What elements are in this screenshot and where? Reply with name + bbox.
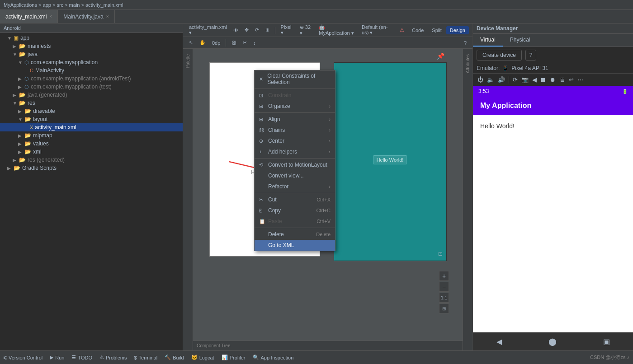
bottom-problems[interactable]: ⚠ Problems [99,355,127,360]
bottom-terminal[interactable]: $ Terminal [134,355,157,360]
create-device-button[interactable]: Create device [477,50,522,61]
chevron-right-icon: ▶ [18,149,24,154]
sidebar-item-java-gen[interactable]: ▶ 📂 java (generated) [0,91,183,99]
bottom-logcat[interactable]: 🐱 Logcat [191,355,214,360]
ctx-constrain: ⊡ Constrain [255,90,335,101]
tab-design[interactable]: Design [446,26,469,34]
build-icon: 🔨 [165,355,171,360]
magnet-button[interactable]: ⊕ [263,26,272,34]
sidebar-item-drawable[interactable]: ▶ 📂 drawable [0,107,183,115]
bottom-build[interactable]: 🔨 Build [165,355,184,360]
sidebar-item-com-example[interactable]: ▼ ⬡ com.example.myapplication [0,58,183,66]
emu-record-button[interactable]: ⏺ [549,75,557,84]
ctx-copy[interactable]: ⎘ Copy Ctrl+C [255,205,335,216]
tab-activity-main-close[interactable]: × [49,14,52,19]
ctx-chains[interactable]: ⛓ Chains › [255,125,335,135]
tab-physical[interactable]: Physical [503,34,538,47]
emu-home-button[interactable]: ⬤ [548,337,557,346]
ctx-convert-motion[interactable]: ⟲ Convert to MotionLayout [255,159,335,170]
ctx-clear-constraints[interactable]: ✕ Clear Constraints of Selection [255,70,335,88]
tab-mainactivity-close[interactable]: × [106,14,109,19]
app-dropdown[interactable]: 🤖 MyApplication ▾ [316,23,358,37]
emu-screenshot-button[interactable]: 🖥 [558,75,566,84]
folder-icon: 📂 [19,100,26,106]
refresh-button[interactable]: ⟳ [253,26,261,34]
help-button-device[interactable]: ? [525,50,536,61]
margin-dropdown[interactable]: 0dp [210,39,222,47]
ctx-add-helpers-label: Add helpers [268,149,297,155]
zoom-fit-button[interactable]: ⊞ [439,303,449,313]
terminal-label: Terminal [139,355,158,360]
pixel-dropdown[interactable]: Pixel ▾ [279,23,296,37]
sidebar-item-gradle[interactable]: ▶ 📂 Gradle Scripts [0,164,183,172]
tab-activity-main[interactable]: activity_main.xml × [0,10,58,23]
ctx-organize-label: Organize [268,103,290,109]
attributes-label: Attributes [465,54,470,73]
ctx-delete[interactable]: Delete Delete [255,229,335,240]
sidebar-item-values[interactable]: ▶ 📂 values [0,140,183,148]
emu-more-button[interactable]: ⋯ [576,75,584,84]
density-dropdown[interactable]: ⊕ 32 ▾ [298,23,315,37]
ctx-organize[interactable]: ⊞ Organize › [255,101,335,112]
sidebar-item-res-gen[interactable]: ▶ 📂 res (generated) [0,156,183,164]
bottom-todo[interactable]: ☰ TODO [71,355,92,360]
sidebar-item-res[interactable]: ▼ 📂 res [0,99,183,107]
eye-button[interactable]: 👁 [231,27,241,34]
sidebar-item-app[interactable]: ▼ ▣ app [0,34,183,42]
emu-snapshot-button[interactable]: 📷 [520,75,529,84]
zoom-out-button[interactable]: − [439,282,449,292]
cursor-button[interactable]: ✥ [242,26,251,34]
ctx-cut[interactable]: ✂ Cut Ctrl+X [255,194,335,205]
tab-code[interactable]: Code [408,26,427,34]
sidebar-item-java[interactable]: ▼ 📂 java [0,50,183,58]
ctx-go-to-xml[interactable]: Go to XML [255,240,335,251]
emu-back-button[interactable]: ◀ [496,337,502,346]
resize-handle-icon[interactable]: ⊡ [438,251,443,257]
emu-prev-button[interactable]: ◀ [531,75,538,84]
ctx-align[interactable]: ⊟ Align › [255,114,335,125]
scissors-button[interactable]: ✂ [241,39,249,47]
bottom-profiler[interactable]: 📊 Profiler [222,355,246,360]
locale-dropdown[interactable]: Default (en-us) ▾ [359,23,396,37]
emu-stop-button[interactable]: ⏹ [539,75,547,84]
tab-split[interactable]: Split [428,26,445,34]
emu-power-button[interactable]: ⏻ [477,75,484,84]
ctx-add-helpers[interactable]: + Add helpers › [255,146,335,157]
sidebar-item-activity-main-xml[interactable]: ▶ X activity_main.xml [0,123,183,131]
pan-button[interactable]: ✋ [197,39,208,47]
zoom-in-button[interactable]: + [439,271,449,281]
ctx-center[interactable]: ⊕ Center › [255,135,335,146]
zoom-reset-button[interactable]: 1:1 [439,293,449,303]
bottom-run[interactable]: ▶ Run [50,355,64,360]
emu-revert-button[interactable]: ↩ [568,75,575,84]
ctx-copy-label: Copy [268,207,281,214]
select-button[interactable]: ↖ [187,39,195,47]
tab-mainactivity[interactable]: MainActivity.java × [58,10,114,23]
tab-virtual[interactable]: Virtual [473,34,503,47]
emu-rotate-button[interactable]: ⟳ [512,75,519,84]
bottom-version-control[interactable]: ⑆ Version Control [4,355,43,360]
emu-vol-down-button[interactable]: 🔈 [486,75,495,84]
sidebar-item-layout[interactable]: ▼ 📂 layout [0,115,183,123]
filename-dropdown[interactable]: activity_main.xml ▾ [187,23,229,37]
zoom-controls: + − 1:1 ⊞ [439,271,449,313]
sidebar-item-test[interactable]: ▶ ⬡ com.example.myapplication (test) [0,83,183,91]
ctx-convert-view[interactable]: Convert view... [255,170,335,181]
emu-vol-up-button[interactable]: 🔊 [497,75,506,84]
chevron-right-icon: ▶ [18,109,24,114]
ctx-refactor[interactable]: Refactor › [255,181,335,192]
toolbar-divider-2 [226,39,226,47]
chain-button[interactable]: ⛓ [229,39,239,47]
ctx-organize-arrow: › [329,103,331,109]
emu-recents-button[interactable]: ▣ [603,337,610,346]
chains-icon: ⛓ [259,127,265,133]
bottom-app-inspection[interactable]: 🔍 App Inspection [253,355,294,360]
align-button[interactable]: ↕ [251,39,258,47]
sidebar-item-mipmap[interactable]: ▶ 📂 mipmap [0,131,183,140]
sidebar-item-manifests[interactable]: ▶ 📂 manifests [0,42,183,50]
sidebar-item-mainactivity[interactable]: ▶ C MainActivity [0,66,183,75]
sidebar-item-androidtest[interactable]: ▶ ⬡ com.example.myapplication (androidTe… [0,75,183,83]
sidebar-item-xml[interactable]: ▶ 📂 xml [0,148,183,156]
help-button-editor[interactable]: ? [462,39,469,47]
warning-button[interactable]: ⚠ [397,26,406,34]
